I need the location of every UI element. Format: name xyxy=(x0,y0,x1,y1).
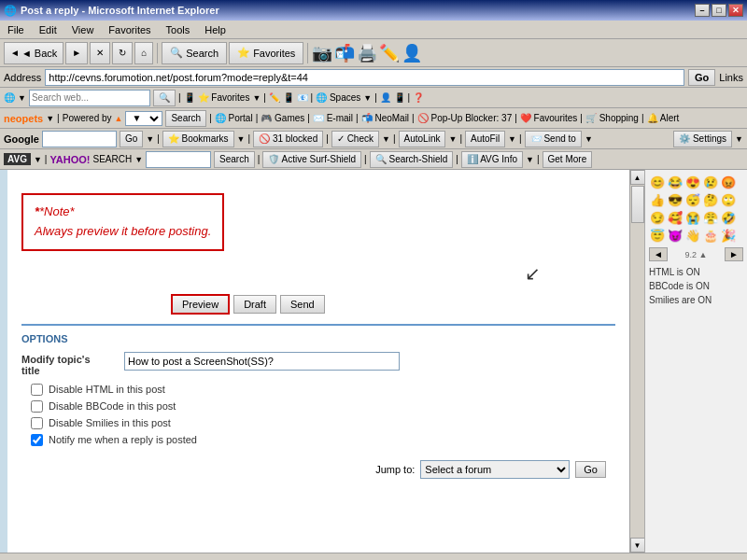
forward-button[interactable]: ► xyxy=(65,42,88,64)
search-shield-btn[interactable]: 🔍 Search-Shield xyxy=(370,151,454,168)
emoji-20[interactable]: 🎉 xyxy=(720,227,737,244)
address-input[interactable] xyxy=(45,69,684,86)
search-btn2[interactable]: Search xyxy=(165,110,206,127)
google-logo: Google xyxy=(4,133,39,145)
toolbar2: 🌐 ▼ 🔍 | 📱 ⭐ Favorites ▼ | ✏️ 📱 📧 | 🌐 Spa… xyxy=(0,88,747,108)
emoji-next-button[interactable]: ► xyxy=(725,247,743,261)
sendto-btn[interactable]: 📨 Send to xyxy=(525,131,582,147)
powered-by-select[interactable]: ▼ xyxy=(125,111,162,126)
emoji-15[interactable]: 🤣 xyxy=(720,209,737,226)
toolbar-separator-2 xyxy=(307,43,308,63)
menu-tools[interactable]: Tools xyxy=(162,23,194,36)
emoji-17[interactable]: 😈 xyxy=(667,227,684,244)
emoji-19[interactable]: 🎂 xyxy=(702,227,719,244)
main-area: **Note* Always preview it before posting… xyxy=(0,170,747,553)
emoji-3[interactable]: 😍 xyxy=(684,174,701,190)
disable-bbcode-checkbox[interactable] xyxy=(31,400,43,413)
jump-label: Jump to: xyxy=(375,464,415,475)
search-icon: 🔍 xyxy=(170,47,183,59)
emoji-4[interactable]: 😢 xyxy=(702,174,719,190)
address-bar: Address Go Links xyxy=(0,67,747,88)
minimize-button[interactable]: – xyxy=(695,4,710,17)
autolink-btn[interactable]: AutoLink xyxy=(399,131,446,147)
title-bar: 🌐 Post a reply - Microsoft Internet Expl… xyxy=(0,0,747,21)
emoji-16[interactable]: 😇 xyxy=(649,227,666,244)
menu-help[interactable]: Help xyxy=(201,23,230,36)
menu-favorites[interactable]: Favorites xyxy=(105,23,154,36)
draft-button[interactable]: Draft xyxy=(233,295,276,314)
checkbox-row-3: Disable Smilies in this post xyxy=(31,417,615,429)
note-title: *Note* xyxy=(39,204,75,218)
window-icon: 🌐 xyxy=(4,5,17,17)
emoji-18[interactable]: 👋 xyxy=(684,227,701,244)
emoji-11[interactable]: 😏 xyxy=(649,209,666,226)
active-surf-btn[interactable]: 🛡️ Active Surf-Shield xyxy=(262,151,361,168)
disable-html-checkbox[interactable] xyxy=(31,384,43,396)
star-icon: ⭐ xyxy=(237,47,250,59)
go-button[interactable]: Go xyxy=(688,69,715,86)
menu-edit[interactable]: Edit xyxy=(35,23,61,36)
jump-to-row: Jump to: Select a forum Go xyxy=(21,460,615,479)
scroll-up-button[interactable]: ▲ xyxy=(630,170,645,185)
google-go[interactable]: Go xyxy=(120,131,143,147)
links-button[interactable]: Links xyxy=(719,72,743,83)
center-content: **Note* Always preview it before posting… xyxy=(7,170,629,553)
close-button[interactable]: ✕ xyxy=(728,4,743,17)
disable-smilies-label: Disable Smilies in this post xyxy=(49,417,171,428)
vertical-scrollbar[interactable]: ▲ ▼ xyxy=(629,170,644,553)
emoji-9[interactable]: 🤔 xyxy=(702,191,719,208)
send-button[interactable]: Send xyxy=(280,295,325,314)
topic-title-input[interactable] xyxy=(124,352,400,371)
emoji-1[interactable]: 😊 xyxy=(649,174,666,190)
home-button[interactable]: ⌂ xyxy=(134,42,153,64)
google-input[interactable] xyxy=(42,131,117,147)
jump-select[interactable]: Select a forum xyxy=(420,460,570,479)
preview-button[interactable]: Preview xyxy=(171,294,230,315)
emoji-2[interactable]: 😂 xyxy=(667,174,684,190)
notify-reply-checkbox[interactable] xyxy=(31,434,43,446)
web-search-go[interactable]: 🔍 xyxy=(153,90,176,106)
web-search-input[interactable] xyxy=(29,90,150,106)
emoji-6[interactable]: 👍 xyxy=(649,191,666,208)
yahoo-search-input[interactable] xyxy=(146,151,211,168)
settings-btn[interactable]: ⚙️ Settings xyxy=(673,131,732,147)
notify-reply-label: Notify me when a reply is posted xyxy=(49,434,197,445)
jump-go-button[interactable]: Go xyxy=(575,461,606,478)
avg-logo: AVG xyxy=(4,153,31,165)
disable-bbcode-label: Disable BBCode in this post xyxy=(49,400,176,412)
emoji-8[interactable]: 😴 xyxy=(684,191,701,208)
scroll-thumb[interactable] xyxy=(631,186,644,223)
emoji-10[interactable]: 🙄 xyxy=(720,191,737,208)
avg-info-btn[interactable]: ℹ️ AVG Info xyxy=(461,151,523,168)
neopets-logo: neopets xyxy=(4,113,43,124)
left-edge xyxy=(0,170,7,553)
emoji-12[interactable]: 🥰 xyxy=(667,209,684,226)
toolbar4: Google Go ▼ | ⭐ Bookmarks ▼ | 🚫 31 block… xyxy=(0,129,747,149)
search-button[interactable]: 🔍 Search xyxy=(162,42,227,64)
yahoo-search-btn[interactable]: Search xyxy=(214,151,255,168)
blocked-btn[interactable]: 🚫 31 blocked xyxy=(253,131,323,147)
stop-button[interactable]: ✕ xyxy=(90,42,110,64)
bbcode-info: HTML is ON BBCode is ON Smilies are ON xyxy=(649,265,743,307)
emoji-5[interactable]: 😡 xyxy=(720,174,737,190)
favorites-button[interactable]: ⭐ Favorites xyxy=(229,42,303,64)
checkbox-row-4: Notify me when a reply is posted xyxy=(31,434,615,446)
maximize-button[interactable]: □ xyxy=(712,4,726,17)
disable-smilies-checkbox[interactable] xyxy=(31,417,43,429)
modify-label: Modify topic'stitle xyxy=(21,352,124,376)
note-body: Always preview it before posting. xyxy=(35,224,211,238)
emoji-prev-button[interactable]: ◄ xyxy=(649,247,668,261)
bookmarks-btn[interactable]: ⭐ Bookmarks xyxy=(162,131,234,147)
emoji-7[interactable]: 😎 xyxy=(667,191,684,208)
menu-file[interactable]: File xyxy=(4,23,28,36)
menu-view[interactable]: View xyxy=(68,23,98,36)
back-button[interactable]: ◄ ◄ Back xyxy=(4,42,63,64)
emoji-13[interactable]: 😭 xyxy=(684,209,701,226)
emoji-14[interactable]: 😤 xyxy=(702,209,719,226)
autofi-btn[interactable]: AutoFil xyxy=(465,131,505,147)
check-btn[interactable]: ✓ Check xyxy=(331,131,379,147)
scroll-down-button[interactable]: ▼ xyxy=(630,538,645,553)
forward-arrow-icon: ► xyxy=(72,48,81,58)
get-more-btn[interactable]: Get More xyxy=(543,151,593,168)
refresh-button[interactable]: ↻ xyxy=(112,42,133,64)
